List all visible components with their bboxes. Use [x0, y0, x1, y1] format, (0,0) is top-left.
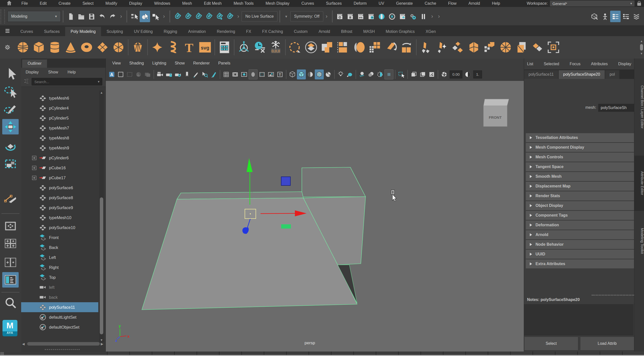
time-slider-strip[interactable]	[0, 351, 644, 356]
ae-menu-display[interactable]: Display	[618, 62, 631, 66]
home-icon[interactable]	[6, 0, 12, 7]
zoom-select-icon[interactable]	[200, 70, 209, 79]
group-collapse-arrow-icon[interactable]: ›	[238, 13, 239, 20]
poly-disc-icon[interactable]	[110, 38, 126, 56]
group-collapse-arrow-icon[interactable]: ›	[163, 13, 165, 20]
menu-edit[interactable]: Edit	[34, 1, 53, 6]
outliner-item-back[interactable]: Back	[21, 242, 98, 252]
pause-viewport-icon[interactable]	[418, 11, 429, 22]
menu-curves[interactable]: Curves	[295, 1, 320, 6]
menu-cache[interactable]: Cache	[419, 1, 442, 6]
chevron-up-icon[interactable]: ▲	[99, 91, 104, 94]
ae-section-arnold[interactable]: Arnold	[526, 230, 634, 239]
ae-section-uuid[interactable]: UUID	[526, 250, 634, 259]
construction-plane-icon[interactable]	[236, 38, 252, 56]
menu-modify[interactable]: Modify	[100, 1, 123, 6]
outliner-item-pcube16[interactable]: pCube16	[21, 163, 98, 173]
isolate-select-icon[interactable]	[397, 70, 406, 79]
side-tab-modeling-toolkit[interactable]: Modeling Toolkit	[634, 211, 644, 271]
outliner-item-top[interactable]: Top	[21, 272, 98, 282]
outliner-horizontal-scrollbar[interactable]: ◀ ▶	[22, 341, 105, 346]
outliner-item-back[interactable]: back	[21, 292, 98, 302]
shelf-tab-rendering[interactable]: Rendering	[211, 27, 241, 36]
poly-cylinder-icon[interactable]	[47, 38, 63, 56]
ae-section-tangent-space[interactable]: Tangent Space	[526, 162, 634, 171]
time-slider-ticks[interactable]	[107, 351, 644, 355]
edit-bookmark-icon[interactable]	[191, 70, 200, 79]
side-tab-channel-box-layer-editor[interactable]: Channel Box / Layer Editor	[634, 59, 644, 156]
extrude-faces-icon[interactable]	[482, 38, 498, 56]
menu-arnold[interactable]: Arnold	[462, 1, 486, 6]
poly-sphere-icon[interactable]	[15, 38, 31, 56]
select-tool[interactable]	[2, 66, 19, 81]
ae-section-mesh-controls[interactable]: Mesh Controls	[526, 153, 634, 162]
shelf-tab-motion-graphics[interactable]: Motion Graphics	[380, 27, 420, 36]
chevron-right-icon[interactable]: ▶	[101, 342, 105, 346]
menu-create[interactable]: Create	[52, 1, 76, 6]
poly-helix-icon[interactable]	[165, 38, 181, 56]
rotate-tool[interactable]	[2, 139, 19, 154]
boolean-intersect-icon[interactable]	[351, 38, 367, 56]
shelf-tab-curves[interactable]: Curves	[15, 27, 38, 36]
select-by-object-icon[interactable]	[140, 11, 150, 22]
scrollbar-thumb[interactable]	[100, 197, 103, 334]
textured-display-icon[interactable]	[315, 70, 324, 79]
ae-tab-polysurface11[interactable]: polySurface11	[524, 70, 558, 79]
workspace-lock-icon[interactable]	[637, 3, 641, 6]
scale-tool[interactable]	[2, 156, 19, 172]
attribute-editor-toggle-icon[interactable]	[610, 11, 620, 22]
snap-to-grid-icon[interactable]	[172, 11, 183, 22]
menu-generate[interactable]: Generate	[390, 1, 419, 6]
rotate-helper-a-icon[interactable]	[383, 38, 399, 56]
bevel-prism-icon[interactable]	[466, 38, 482, 56]
tool-settings-toggle-icon[interactable]	[620, 11, 631, 22]
menu-display[interactable]: Display	[123, 1, 148, 6]
menu-help[interactable]: Help	[486, 1, 506, 6]
mesh-name-field[interactable]: polySurfaceSh	[598, 104, 634, 112]
ambient-occlusion-toggle-icon[interactable]	[376, 70, 384, 79]
save-scene-icon[interactable]	[86, 11, 97, 22]
shelf-tab-fx[interactable]: FX	[241, 27, 256, 36]
ae-section-tessellation-attributes[interactable]: Tessellation Attributes	[526, 133, 634, 142]
stop-render-icon[interactable]	[387, 11, 398, 22]
ae-section-smooth-mesh[interactable]: Smooth Mesh	[526, 172, 634, 181]
outliner-item-polysurface8[interactable]: polySurface8	[21, 193, 98, 203]
layout-outliner-persp[interactable]	[2, 272, 19, 287]
menu-deform[interactable]: Deform	[348, 1, 372, 6]
lattice-deform-icon[interactable]	[287, 38, 303, 56]
xray-display-icon[interactable]	[409, 70, 418, 79]
zoom-tool[interactable]	[2, 295, 19, 310]
snap-to-curve-icon[interactable]	[183, 11, 193, 22]
anti-aliasing-toggle-icon[interactable]	[384, 70, 394, 79]
fold-mesh-icon[interactable]	[514, 38, 530, 56]
ae-menu-selected[interactable]: Selected	[544, 62, 559, 66]
ae-tab-polysurfaceshape20[interactable]: polySurfaceShape20	[559, 70, 605, 79]
boolean-union-icon[interactable]	[319, 38, 335, 56]
ae-menu-focus[interactable]: Focus	[570, 62, 580, 66]
viewport-menu-lighting[interactable]: Lighting	[152, 61, 166, 66]
chevron-up-icon[interactable]: ▲	[640, 40, 643, 43]
notes-textarea[interactable]	[524, 304, 634, 335]
camera-attributes-icon[interactable]	[174, 70, 182, 79]
outliner-menu-display[interactable]: Display	[26, 70, 38, 75]
menu-file[interactable]: File	[16, 1, 34, 6]
outliner-item-polysurface11[interactable]: polySurface11	[21, 302, 98, 312]
select-by-component-icon[interactable]	[150, 11, 160, 22]
menu-flow[interactable]: Flow	[442, 1, 462, 6]
use-default-material-icon[interactable]	[306, 70, 315, 79]
2d-pan-zoom-icon[interactable]	[209, 70, 218, 79]
chevron-left-icon[interactable]: ◀	[22, 342, 26, 346]
boolean-difference-icon[interactable]	[335, 38, 351, 56]
multi-cut-grid-icon[interactable]	[367, 38, 383, 56]
render-setup-icon[interactable]	[408, 11, 418, 22]
outliner-item-pcylinder6[interactable]: pCylinder6	[21, 153, 98, 163]
xray-active-components-icon[interactable]	[427, 70, 436, 79]
ae-menu-attributes[interactable]: Attributes	[591, 62, 608, 66]
render-sequence-icon[interactable]	[398, 11, 408, 22]
color-management-icon[interactable]	[134, 70, 143, 79]
shelf-tab-xgen[interactable]: XGen	[420, 27, 442, 36]
ae-section-deformation[interactable]: Deformation	[526, 221, 634, 229]
snap-to-projected-center-icon[interactable]	[204, 11, 214, 22]
ae-section-node-behavior[interactable]: Node Behavior	[526, 240, 634, 249]
duplicate-special-icon[interactable]	[434, 38, 450, 56]
